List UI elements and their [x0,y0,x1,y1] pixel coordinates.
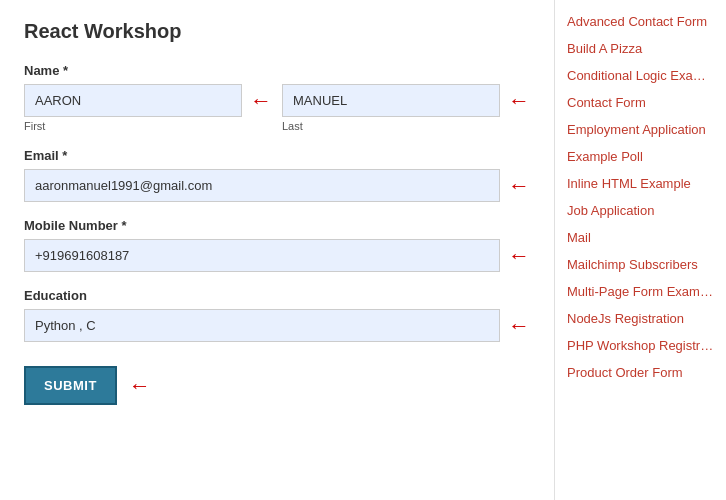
submit-arrow: ← [129,375,151,397]
nav-link[interactable]: Build A Pizza [567,35,714,62]
first-name-field: ← First [24,84,272,132]
mobile-label: Mobile Number * [24,218,530,233]
submit-wrapper: SUBMIT ← [24,366,530,405]
mobile-group: Mobile Number * ← [24,218,530,272]
nav-link[interactable]: Employment Application [567,116,714,143]
nav-link[interactable]: PHP Workshop Registrati... [567,332,714,359]
education-group: Education ← [24,288,530,342]
mobile-input[interactable] [24,239,500,272]
page-title: React Workshop [24,20,530,43]
last-name-field: ← Last [282,84,530,132]
first-name-wrapper: ← [24,84,272,117]
nav-link[interactable]: Product Order Form [567,359,714,386]
submit-button[interactable]: SUBMIT [24,366,117,405]
nav-link[interactable]: Advanced Contact Form [567,8,714,35]
last-name-wrapper: ← [282,84,530,117]
education-input[interactable] [24,309,500,342]
mobile-wrapper: ← [24,239,530,272]
nav-link[interactable]: Multi-Page Form Example [567,278,714,305]
email-group: Email * ← [24,148,530,202]
education-label: Education [24,288,530,303]
nav-link[interactable]: Inline HTML Example [567,170,714,197]
first-label: First [24,120,272,132]
first-name-input[interactable] [24,84,242,117]
nav-link[interactable]: Conditional Logic Example [567,62,714,89]
name-group: Name * ← First ← Last [24,63,530,132]
nav-link[interactable]: Example Poll [567,143,714,170]
email-input[interactable] [24,169,500,202]
nav-link[interactable]: Job Application [567,197,714,224]
last-label: Last [282,120,530,132]
nav-link[interactable]: Contact Form [567,89,714,116]
mobile-arrow: ← [508,245,530,267]
email-wrapper: ← [24,169,530,202]
nav-link[interactable]: Mailchimp Subscribers [567,251,714,278]
education-wrapper: ← [24,309,530,342]
nav-link[interactable]: NodeJs Registration [567,305,714,332]
last-name-input[interactable] [282,84,500,117]
first-name-arrow: ← [250,90,272,112]
name-label: Name * [24,63,530,78]
nav-panel: Advanced Contact FormBuild A PizzaCondit… [555,0,726,500]
email-arrow: ← [508,175,530,197]
education-arrow: ← [508,315,530,337]
form-panel: React Workshop Name * ← First ← Last Ema… [0,0,555,500]
name-row: ← First ← Last [24,84,530,132]
nav-link[interactable]: Mail [567,224,714,251]
last-name-arrow: ← [508,90,530,112]
email-label: Email * [24,148,530,163]
